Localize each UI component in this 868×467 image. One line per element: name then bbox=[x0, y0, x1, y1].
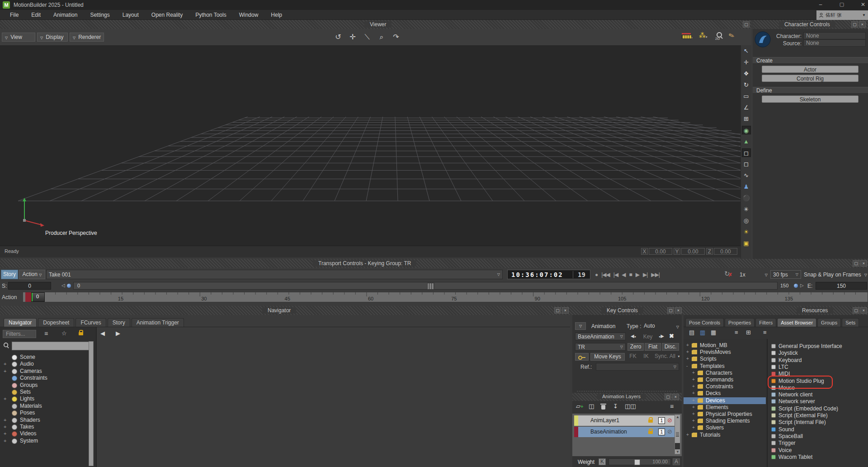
tree-item-lights[interactable]: +Lights bbox=[0, 396, 88, 402]
animation-layers-header[interactable]: Animation Layers ▢ × bbox=[572, 393, 682, 401]
play-backwards-button[interactable]: ◀ bbox=[622, 272, 625, 278]
tab-properties[interactable]: Properties bbox=[725, 318, 755, 327]
expand-icon[interactable]: - bbox=[686, 363, 688, 368]
start-frame-field[interactable]: 0 bbox=[8, 282, 51, 290]
coord-z-value[interactable]: 0.00 bbox=[714, 248, 737, 255]
weight-auto-button[interactable]: A bbox=[673, 458, 680, 465]
expand-icon[interactable]: + bbox=[686, 349, 689, 354]
range-left-arrow[interactable]: ◁ bbox=[61, 283, 65, 288]
cone-tool-icon[interactable]: ▲ bbox=[742, 137, 751, 146]
tree-item-scene[interactable]: Scene bbox=[0, 354, 88, 361]
expand-icon[interactable]: + bbox=[4, 361, 6, 367]
translate-view-tool-icon[interactable]: ✛ bbox=[347, 32, 358, 43]
character-select[interactable]: None bbox=[803, 32, 866, 39]
folder-item-constraints[interactable]: +Constraints bbox=[684, 383, 766, 390]
previous-key-button[interactable]: ◀● bbox=[627, 333, 639, 340]
favorite-filter-icon[interactable]: ☆ bbox=[61, 330, 67, 337]
folder-item-decks[interactable]: +Decks bbox=[684, 390, 766, 397]
scroll-up-icon[interactable]: ▲ bbox=[676, 415, 679, 419]
transport-float-button[interactable]: ▢ bbox=[853, 260, 859, 267]
group-collapse-button[interactable]: ▽ bbox=[575, 322, 586, 330]
go-to-start-button[interactable]: |◀◀ bbox=[601, 272, 610, 278]
animation-layer-dropdown[interactable]: BaseAnimation▽ bbox=[575, 333, 626, 340]
actor-button[interactable]: Actor bbox=[762, 66, 859, 73]
list-options-icon[interactable]: ≡ bbox=[44, 330, 48, 337]
tree-item-videos[interactable]: +Videos bbox=[0, 430, 88, 437]
expand-icon[interactable]: + bbox=[692, 377, 695, 382]
source-select[interactable]: None bbox=[803, 39, 866, 47]
device-item-mouse[interactable]: Mouse bbox=[769, 385, 867, 391]
zero-button[interactable]: Zero bbox=[627, 343, 644, 351]
curve-keys-tool-icon[interactable]: ⁂▾ bbox=[699, 32, 708, 40]
tree-item-cameras[interactable]: +Cameras bbox=[0, 368, 88, 375]
search-input[interactable] bbox=[12, 342, 90, 350]
story-toggle[interactable]: Story bbox=[1, 270, 18, 279]
control-rig-button[interactable]: Control Rig bbox=[762, 75, 859, 82]
weight-slider-handle[interactable] bbox=[634, 459, 640, 465]
expand-icon[interactable]: + bbox=[692, 411, 695, 416]
coord-x-value[interactable]: 0.00 bbox=[649, 248, 672, 255]
folder-item-physical-properties[interactable]: +Physical Properties bbox=[684, 411, 766, 418]
layer-mute-icon[interactable]: ⊘ bbox=[667, 428, 672, 435]
device-item-wacom-tablet[interactable]: Wacom Tablet bbox=[769, 454, 867, 461]
tree-item-shaders[interactable]: +Shaders bbox=[0, 417, 88, 424]
orbit-tool-icon[interactable]: ↺ bbox=[333, 32, 344, 43]
thumbnail-view-icon[interactable]: ⊞ bbox=[746, 329, 751, 336]
marker-tool-icon[interactable]: ▣ bbox=[742, 239, 751, 248]
menu-item-help[interactable]: Help bbox=[264, 12, 288, 18]
layers-stack-icon[interactable]: ◫ bbox=[589, 403, 594, 410]
sphere-select-tool-icon[interactable]: ◉ bbox=[742, 126, 751, 134]
folder-item-prevismoves[interactable]: +PrevisMoves bbox=[684, 349, 766, 356]
transport-header[interactable]: Transport Controls - Keying Group: TR ▢ … bbox=[0, 259, 868, 268]
menu-item-animation[interactable]: Animation bbox=[47, 12, 84, 18]
menu-item-settings[interactable]: Settings bbox=[84, 12, 116, 18]
tab-asset-browser[interactable]: Asset Browser bbox=[777, 318, 816, 327]
layer-lock-icon[interactable] bbox=[648, 419, 653, 423]
coord-y-value[interactable]: 0.00 bbox=[681, 248, 705, 255]
cube2-tool-icon[interactable]: ◻ bbox=[742, 160, 751, 168]
pin-tool-icon[interactable]: ♟ bbox=[742, 182, 751, 191]
folder-item-templates[interactable]: -Templates bbox=[684, 363, 766, 370]
expand-icon[interactable]: + bbox=[686, 343, 689, 348]
browser-menu-icon[interactable]: ≡ bbox=[763, 329, 767, 336]
play-button[interactable]: ▶ bbox=[636, 272, 639, 278]
key-controls-float-button[interactable]: ▢ bbox=[667, 307, 674, 314]
loop-off-icon[interactable]: ↻✗ bbox=[724, 270, 735, 279]
expand-icon[interactable]: + bbox=[692, 418, 695, 423]
navigator-scrollbar[interactable] bbox=[89, 341, 94, 466]
folder-item-solvers[interactable]: +Solvers bbox=[684, 424, 766, 431]
menu-item-python-tools[interactable]: Python Tools bbox=[189, 12, 233, 18]
weight-key-button[interactable]: K bbox=[599, 458, 606, 465]
device-item-trigger[interactable]: Trigger bbox=[769, 440, 867, 447]
timeline-range-slider[interactable]: 0 bbox=[73, 282, 778, 290]
layer-row-baseanimation[interactable]: BaseAnimation1⊘ bbox=[574, 427, 675, 437]
expand-icon[interactable]: + bbox=[4, 431, 6, 436]
tree-item-constraints[interactable]: Constraints bbox=[0, 375, 88, 381]
layer-row-animlayer1[interactable]: AnimLayer11⊘ bbox=[574, 415, 675, 426]
view-menu-button[interactable]: ▽View bbox=[2, 33, 35, 42]
menu-item-layout[interactable]: Layout bbox=[116, 12, 145, 18]
folder-item-characters[interactable]: +Characters bbox=[684, 370, 766, 376]
tab-story[interactable]: Story bbox=[108, 318, 130, 327]
expand-icon[interactable]: + bbox=[4, 368, 6, 374]
folder-item-commands[interactable]: +Commands bbox=[684, 376, 766, 383]
character-controls-close-button[interactable]: × bbox=[859, 21, 866, 28]
history-back-icon[interactable]: ◀ bbox=[100, 330, 105, 337]
animation-layers-close-button[interactable]: × bbox=[672, 394, 679, 400]
particle-tool-icon[interactable]: ✳ bbox=[742, 205, 751, 214]
expand-icon[interactable]: + bbox=[686, 432, 689, 437]
overflow-chevron-icon[interactable]: ▼ bbox=[677, 355, 680, 358]
device-item-sound[interactable]: Sound bbox=[769, 426, 867, 433]
folder-item-motion-mb[interactable]: +Motion_MB bbox=[684, 342, 766, 349]
folder-item-shading-elements[interactable]: +Shading Elements bbox=[684, 418, 766, 424]
range-right-knob[interactable] bbox=[794, 284, 798, 288]
menu-item-window[interactable]: Window bbox=[233, 12, 265, 18]
expand-icon[interactable]: + bbox=[692, 391, 695, 396]
fk-button[interactable]: FK bbox=[627, 353, 639, 361]
navigator-float-button[interactable]: ▢ bbox=[554, 307, 561, 314]
range-left-knob[interactable] bbox=[67, 284, 71, 288]
sync-all-button[interactable]: Sync. All bbox=[653, 353, 677, 361]
scroll-grip[interactable] bbox=[676, 432, 679, 437]
cube-tool-icon[interactable]: ◻ bbox=[742, 148, 751, 157]
speed-dropdown[interactable]: 1x▽ bbox=[740, 271, 768, 279]
